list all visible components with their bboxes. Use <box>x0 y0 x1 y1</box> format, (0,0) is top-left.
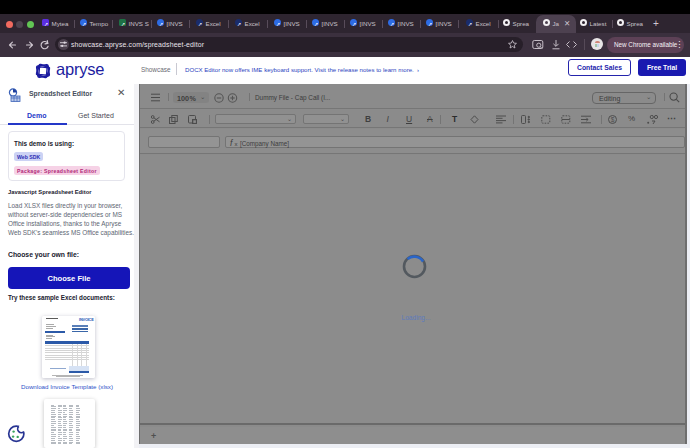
svg-text:$: $ <box>611 115 615 122</box>
